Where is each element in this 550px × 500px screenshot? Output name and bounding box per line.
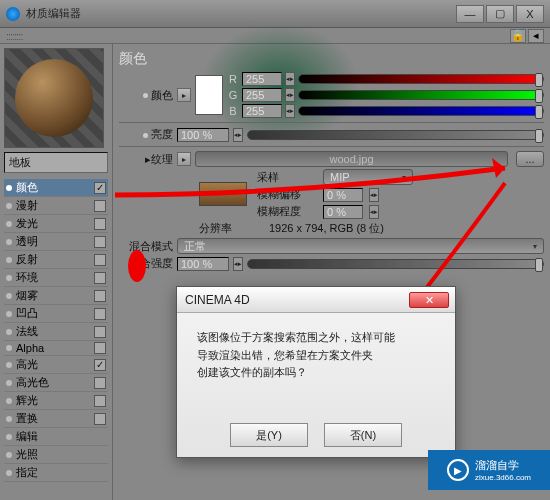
confirm-dialog: CINEMA 4D ✕ 该图像位于方案搜索范围之外，这样可能 导致渲染出错，您希… (176, 286, 456, 458)
channel-row-2[interactable]: 发光 (4, 215, 108, 233)
blur-scale-label: 模糊程度 (257, 204, 317, 219)
channel-row-13[interactable]: 置换 (4, 410, 108, 428)
blend-strength-slider[interactable] (247, 259, 544, 269)
channel-dot-icon (6, 239, 12, 245)
section-title: 颜色 (119, 50, 544, 68)
g-slider[interactable] (298, 90, 544, 100)
channel-checkbox[interactable]: ✓ (94, 359, 106, 371)
expand-color-arrow[interactable]: ▸ (177, 88, 191, 102)
blend-strength-spin[interactable]: ◂▸ (233, 257, 243, 271)
minimize-button[interactable]: — (456, 5, 484, 23)
dialog-text-1: 该图像位于方案搜索范围之外，这样可能 (197, 329, 435, 347)
blur-offset-input[interactable]: 0 % (323, 188, 363, 202)
channel-checkbox[interactable] (94, 342, 106, 354)
resolution-value: 1926 x 794, RGB (8 位) (269, 221, 384, 236)
channel-row-12[interactable]: 辉光 (4, 392, 108, 410)
toolbar-grip: :::::::: (6, 30, 22, 42)
r-spin[interactable]: ◂▸ (285, 72, 295, 86)
b-slider[interactable] (298, 106, 544, 116)
blend-strength-input[interactable]: 100 % (177, 257, 229, 271)
r-input[interactable]: 255 (242, 72, 282, 86)
brightness-spin[interactable]: ◂▸ (233, 128, 243, 142)
sample-label: 采样 (257, 170, 317, 185)
dialog-close-button[interactable]: ✕ (409, 292, 449, 308)
channel-checkbox[interactable] (94, 413, 106, 425)
channel-dot-icon (6, 470, 12, 476)
menu-button[interactable]: ◂ (528, 29, 544, 43)
channel-row-5[interactable]: 环境 (4, 269, 108, 287)
channel-checkbox[interactable] (94, 326, 106, 338)
channel-checkbox[interactable]: ✓ (94, 182, 106, 194)
watermark-url: zixue.3d66.com (475, 473, 531, 482)
channel-checkbox[interactable] (94, 272, 106, 284)
channel-checkbox[interactable] (94, 218, 106, 230)
g-input[interactable]: 255 (242, 88, 282, 102)
channel-checkbox[interactable] (94, 200, 106, 212)
color-label: 颜色 (151, 89, 173, 101)
channel-dot-icon (6, 203, 12, 209)
channel-dot-icon (6, 311, 12, 317)
r-label: R (227, 73, 239, 85)
blend-mode-label: 混合模式 (129, 240, 173, 252)
texture-shader-button[interactable]: ▸ (177, 152, 191, 166)
channel-row-14[interactable]: 编辑 (4, 428, 108, 446)
channel-checkbox[interactable] (94, 236, 106, 248)
channel-dot-icon (6, 345, 12, 351)
blur-scale-input[interactable]: 0 % (323, 205, 363, 219)
brightness-input[interactable]: 100 % (177, 128, 229, 142)
texture-browse-button[interactable]: ... (516, 151, 544, 167)
b-input[interactable]: 255 (242, 104, 282, 118)
material-name-input[interactable]: 地板 (4, 152, 108, 173)
material-preview[interactable] (4, 48, 104, 148)
channel-dot-icon (6, 221, 12, 227)
channel-dot-icon (6, 185, 12, 191)
r-slider[interactable] (298, 74, 544, 84)
color-swatch[interactable] (195, 75, 223, 115)
channel-row-11[interactable]: 高光色 (4, 374, 108, 392)
close-button[interactable]: X (516, 5, 544, 23)
channel-label: 颜色 (16, 180, 38, 195)
channel-label: 环境 (16, 270, 38, 285)
channel-row-15[interactable]: 光照 (4, 446, 108, 464)
channel-row-16[interactable]: 指定 (4, 464, 108, 482)
g-spin[interactable]: ◂▸ (285, 88, 295, 102)
channel-checkbox[interactable] (94, 254, 106, 266)
channel-label: 辉光 (16, 393, 38, 408)
resolution-label: 分辨率 (199, 221, 259, 236)
channel-checkbox[interactable] (94, 308, 106, 320)
maximize-button[interactable]: ▢ (486, 5, 514, 23)
channel-dot-icon (6, 362, 12, 368)
blend-mode-dropdown[interactable]: 正常 (177, 238, 544, 254)
channel-checkbox[interactable] (94, 290, 106, 302)
channel-row-10[interactable]: 高光✓ (4, 356, 108, 374)
channel-checkbox[interactable] (94, 395, 106, 407)
channel-row-7[interactable]: 凹凸 (4, 305, 108, 323)
brightness-label: 亮度 (151, 128, 173, 140)
channel-dot-icon (6, 293, 12, 299)
channel-label: 凹凸 (16, 306, 38, 321)
channel-row-6[interactable]: 烟雾 (4, 287, 108, 305)
blur-scale-spin[interactable]: ◂▸ (369, 205, 379, 219)
channel-row-3[interactable]: 透明 (4, 233, 108, 251)
channel-row-4[interactable]: 反射 (4, 251, 108, 269)
channel-label: 光照 (16, 447, 38, 462)
blur-offset-spin[interactable]: ◂▸ (369, 188, 379, 202)
channel-row-0[interactable]: 颜色✓ (4, 179, 108, 197)
b-spin[interactable]: ◂▸ (285, 104, 295, 118)
channel-label: 发光 (16, 216, 38, 231)
sample-dropdown[interactable]: MIP (323, 169, 413, 185)
channel-dot-icon (6, 398, 12, 404)
channel-row-8[interactable]: 法线 (4, 323, 108, 341)
channel-label: 编辑 (16, 429, 38, 444)
channel-checkbox[interactable] (94, 377, 106, 389)
brightness-slider[interactable] (247, 130, 544, 140)
lock-icon[interactable]: 🔒 (510, 29, 526, 43)
channel-row-9[interactable]: Alpha (4, 341, 108, 356)
channel-row-1[interactable]: 漫射 (4, 197, 108, 215)
texture-thumbnail[interactable] (199, 182, 247, 206)
channel-label: Alpha (16, 342, 44, 354)
watermark: ▶ 溜溜自学 zixue.3d66.com (428, 450, 550, 490)
texture-path[interactable]: wood.jpg (195, 151, 508, 167)
dialog-no-button[interactable]: 否(N) (324, 423, 402, 447)
dialog-yes-button[interactable]: 是(Y) (230, 423, 308, 447)
